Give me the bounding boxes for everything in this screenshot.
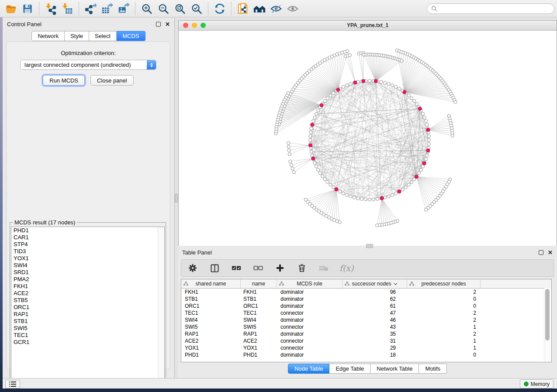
import-network-button[interactable] [43, 2, 58, 16]
memory-button[interactable]: Memory [520, 379, 554, 389]
graph-node[interactable] [313, 161, 316, 164]
hide-selected-button[interactable] [269, 2, 284, 16]
criterion-dropdown[interactable]: largest connected component (undirected) [20, 60, 156, 70]
mcds-result-list[interactable]: PHD1CAR1STP4TID3YOX1SWI4SRD1PMA2FKH1ACE2… [11, 227, 165, 383]
graph-node[interactable] [426, 123, 429, 126]
graph-node[interactable] [304, 198, 307, 201]
graph-node[interactable] [368, 79, 371, 82]
tab-mcds[interactable]: MCDS [117, 31, 145, 41]
graph-node[interactable] [424, 208, 427, 211]
graph-node[interactable] [287, 92, 290, 95]
table-row[interactable]: RAP1RAP1dominator352 [181, 330, 551, 337]
float-panel-icon[interactable] [156, 22, 161, 27]
tab-network-table[interactable]: Network Table [370, 364, 419, 374]
graph-node[interactable] [309, 135, 312, 138]
graph-node[interactable] [292, 171, 295, 174]
graph-node[interactable] [332, 92, 335, 95]
graph-mcds-node[interactable] [415, 175, 418, 179]
graph-node[interactable] [401, 188, 404, 191]
graph-node[interactable] [391, 84, 394, 87]
graph-node[interactable] [329, 94, 332, 97]
graph-node[interactable] [419, 168, 422, 171]
graph-node[interactable] [372, 198, 375, 201]
graph-mcds-node[interactable] [362, 79, 365, 83]
graph-node[interactable] [310, 127, 313, 130]
table-row[interactable]: FKH1FKH1dominator962 [181, 289, 551, 296]
graph-node[interactable] [410, 181, 413, 184]
graph-node[interactable] [360, 197, 363, 200]
mcds-list-scrollbar[interactable] [158, 227, 164, 383]
graph-node[interactable] [310, 150, 313, 153]
graph-node[interactable] [326, 181, 329, 184]
mcds-result-item[interactable]: ACE2 [11, 290, 164, 297]
table-scrollbar-thumb[interactable] [545, 289, 550, 340]
graph-node[interactable] [317, 109, 320, 112]
table-row[interactable]: SWI4SWI4dominator462 [181, 316, 551, 323]
graph-node[interactable] [421, 112, 424, 115]
deselect-all-columns-button[interactable] [252, 262, 264, 274]
graph-mcds-node[interactable] [311, 157, 315, 160]
graph-node[interactable] [413, 100, 416, 103]
mcds-result-item[interactable]: STB1 [11, 318, 164, 325]
graph-node[interactable] [287, 141, 290, 144]
graph-node[interactable] [400, 59, 403, 62]
zoom-fit-button[interactable] [173, 2, 187, 16]
graph-mcds-node[interactable] [426, 128, 430, 131]
graph-node[interactable] [368, 198, 371, 201]
tab-style[interactable]: Style [65, 31, 89, 41]
graph-mcds-node[interactable] [353, 81, 357, 84]
mcds-result-item[interactable]: PHD1 [11, 227, 164, 234]
graph-node[interactable] [345, 84, 348, 87]
graph-node[interactable] [404, 186, 407, 189]
mcds-result-item[interactable]: SWI5 [11, 325, 164, 332]
graph-node[interactable] [364, 198, 367, 201]
table-row[interactable]: STB1STB1dominator620 [181, 296, 551, 303]
duplicate-network-button[interactable] [235, 2, 250, 16]
graph-node[interactable] [342, 85, 345, 88]
tab-edge-table[interactable]: Edge Table [329, 364, 370, 374]
mcds-result-item[interactable]: STP4 [11, 241, 164, 248]
close-panel-icon[interactable]: ✕ [548, 251, 553, 254]
minimize-window-icon[interactable] [192, 23, 197, 28]
column-header-successor-nodes[interactable]: successor nodes [343, 279, 407, 288]
splitter-grip[interactable] [175, 194, 178, 203]
graph-node[interactable] [287, 145, 290, 148]
graph-node[interactable] [407, 94, 410, 97]
graph-node[interactable] [313, 116, 316, 119]
graph-node[interactable] [315, 165, 318, 168]
delete-column-button[interactable] [296, 262, 308, 274]
mcds-result-item[interactable]: ORC1 [11, 304, 164, 311]
column-header-name[interactable]: name [241, 279, 277, 288]
graph-node[interactable] [323, 178, 326, 181]
graph-node[interactable] [454, 100, 457, 103]
tab-node-table[interactable]: Node Table [288, 364, 330, 374]
graph-node[interactable] [424, 120, 427, 123]
table-row[interactable]: YOX1YOX1connector291 [181, 344, 551, 351]
graph-mcds-node[interactable] [311, 123, 314, 127]
graph-node[interactable] [387, 195, 390, 198]
graph-node[interactable] [332, 186, 335, 189]
graph-mcds-node[interactable] [374, 79, 377, 83]
network-canvas[interactable] [179, 31, 557, 246]
graph-node[interactable] [418, 172, 421, 175]
graph-node[interactable] [398, 87, 401, 90]
graph-node[interactable] [317, 168, 320, 171]
graph-node[interactable] [287, 149, 291, 152]
graph-node[interactable] [315, 112, 318, 115]
graph-node[interactable] [342, 192, 345, 195]
mcds-result-item[interactable]: GCR1 [11, 339, 164, 346]
zoom-in-button[interactable] [139, 2, 154, 16]
mcds-result-item[interactable]: SWI4 [11, 262, 164, 269]
column-header-predecessor-nodes[interactable]: predecessor nodes [407, 279, 481, 288]
graph-mcds-node[interactable] [398, 190, 401, 193]
graph-node[interactable] [387, 83, 390, 86]
table-row[interactable]: PHD1PHD1dominator180 [181, 351, 551, 358]
graph-node[interactable] [329, 183, 332, 186]
graph-node[interactable] [426, 154, 429, 157]
graph-mcds-node[interactable] [418, 107, 422, 110]
graph-node[interactable] [427, 138, 430, 141]
graph-node[interactable] [308, 138, 311, 141]
graph-node[interactable] [394, 85, 398, 88]
table-row[interactable]: ORC1ORC1dominator610 [181, 303, 551, 309]
mcds-result-item[interactable]: RAP1 [11, 311, 164, 318]
